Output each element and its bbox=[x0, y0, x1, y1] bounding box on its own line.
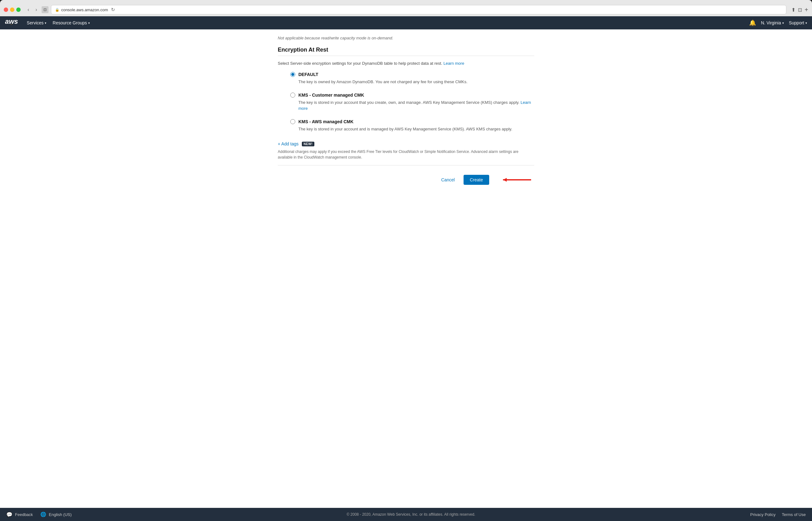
charges-note: Additional charges may apply if you exce… bbox=[278, 149, 534, 160]
divider bbox=[278, 165, 534, 165]
feedback-link[interactable]: Feedback bbox=[15, 512, 33, 517]
services-chevron: ▾ bbox=[45, 21, 46, 25]
footer-copyright: © 2008 - 2020, Amazon Web Services, Inc.… bbox=[346, 512, 475, 517]
section-desc-text: Select Server-side encryption settings f… bbox=[278, 61, 442, 66]
page-content: Not applicable because read/write capaci… bbox=[265, 29, 547, 201]
tab-icon: ⊡ bbox=[42, 6, 48, 13]
not-applicable-text: Not applicable because read/write capaci… bbox=[278, 36, 534, 40]
traffic-lights bbox=[4, 7, 21, 12]
radio-label-default[interactable]: DEFAULT bbox=[290, 72, 534, 77]
feedback-icon: 💬 bbox=[6, 512, 13, 518]
new-badge: NEW! bbox=[302, 142, 315, 146]
split-view-button[interactable]: ⊡ bbox=[798, 6, 802, 14]
red-arrow-svg bbox=[497, 176, 534, 184]
back-button[interactable]: ‹ bbox=[26, 6, 31, 13]
radio-desc-kms-aws: The key is stored in your account and is… bbox=[298, 126, 534, 132]
resource-groups-chevron: ▾ bbox=[88, 21, 90, 25]
radio-kms-aws[interactable] bbox=[290, 119, 295, 124]
resource-groups-label: Resource Groups bbox=[52, 20, 87, 25]
radio-option-default: DEFAULT The key is owned by Amazon Dynam… bbox=[290, 72, 534, 85]
footer-right: Privacy Policy Terms of Use bbox=[750, 512, 806, 517]
globe-icon: 🌐 bbox=[40, 512, 46, 517]
add-tab-button[interactable]: + bbox=[805, 6, 808, 14]
svg-marker-1 bbox=[503, 178, 507, 182]
footer-left: 💬 Feedback 🌐 English (US) bbox=[6, 512, 72, 518]
services-label: Services bbox=[27, 20, 44, 25]
maximize-button[interactable] bbox=[16, 7, 21, 12]
resource-groups-nav[interactable]: Resource Groups ▾ bbox=[52, 20, 90, 25]
reload-button[interactable]: ↻ bbox=[111, 7, 115, 13]
support-nav[interactable]: Support ▾ bbox=[789, 20, 807, 25]
add-tags-row: + Add tags NEW! bbox=[278, 141, 534, 146]
aws-navbar: aws ⌒ Services ▾ Resource Groups ▾ 🔔 N. … bbox=[0, 16, 812, 29]
browser-actions: ⬆ ⊡ + bbox=[791, 6, 808, 14]
share-button[interactable]: ⬆ bbox=[791, 6, 795, 14]
radio-label-kms-aws[interactable]: KMS - AWS managed CMK bbox=[290, 119, 534, 124]
learn-more-link-kms[interactable]: Learn more bbox=[298, 100, 531, 111]
radio-kms-customer[interactable] bbox=[290, 93, 295, 97]
action-row: Cancel Create bbox=[278, 172, 534, 188]
radio-label-kms-customer[interactable]: KMS - Customer managed CMK bbox=[290, 93, 534, 97]
radio-name-default: DEFAULT bbox=[298, 72, 318, 77]
address-bar[interactable]: 🔒 console.aws.amazon.com ↻ bbox=[51, 5, 787, 15]
close-button[interactable] bbox=[4, 7, 8, 12]
radio-name-kms-aws: KMS - AWS managed CMK bbox=[298, 119, 354, 124]
radio-option-kms-aws: KMS - AWS managed CMK The key is stored … bbox=[290, 119, 534, 132]
radio-default[interactable] bbox=[290, 72, 295, 77]
services-nav[interactable]: Services ▾ bbox=[27, 20, 47, 25]
encryption-radio-group: DEFAULT The key is owned by Amazon Dynam… bbox=[290, 72, 534, 132]
forward-button[interactable]: › bbox=[33, 6, 39, 13]
arrow-indicator bbox=[497, 176, 534, 184]
support-chevron: ▾ bbox=[806, 21, 807, 25]
radio-desc-default: The key is owned by Amazon DynamoDB. You… bbox=[298, 79, 534, 85]
terms-link[interactable]: Terms of Use bbox=[782, 512, 806, 517]
cancel-button[interactable]: Cancel bbox=[437, 175, 458, 185]
privacy-link[interactable]: Privacy Policy bbox=[750, 512, 775, 517]
encryption-section-title: Encryption At Rest bbox=[278, 47, 534, 56]
bell-icon[interactable]: 🔔 bbox=[749, 19, 756, 26]
add-tags-link[interactable]: + Add tags bbox=[278, 141, 299, 146]
radio-desc-kms-customer: The key is stored in your account that y… bbox=[298, 99, 534, 112]
url-text: console.aws.amazon.com bbox=[61, 7, 108, 12]
main-content: Not applicable because read/write capaci… bbox=[0, 29, 812, 508]
minimize-button[interactable] bbox=[10, 7, 15, 12]
radio-name-kms-customer: KMS - Customer managed CMK bbox=[298, 93, 364, 97]
lock-icon: 🔒 bbox=[55, 8, 60, 12]
radio-option-kms-customer: KMS - Customer managed CMK The key is st… bbox=[290, 93, 534, 112]
aws-logo[interactable]: aws ⌒ bbox=[5, 18, 18, 28]
language-link[interactable]: English (US) bbox=[49, 512, 72, 517]
region-nav[interactable]: N. Virginia ▾ bbox=[761, 20, 784, 25]
encryption-section-desc: Select Server-side encryption settings f… bbox=[278, 61, 534, 66]
browser-chrome: ‹ › ⊡ 🔒 console.aws.amazon.com ↻ ⬆ ⊡ + bbox=[0, 0, 812, 16]
region-chevron: ▾ bbox=[782, 21, 784, 25]
create-button[interactable]: Create bbox=[464, 175, 489, 185]
nav-right: 🔔 N. Virginia ▾ Support ▾ bbox=[749, 19, 807, 26]
learn-more-link-top[interactable]: Learn more bbox=[444, 61, 464, 66]
support-label: Support bbox=[789, 20, 804, 25]
aws-footer: 💬 Feedback 🌐 English (US) © 2008 - 2020,… bbox=[0, 508, 812, 521]
region-label: N. Virginia bbox=[761, 20, 781, 25]
